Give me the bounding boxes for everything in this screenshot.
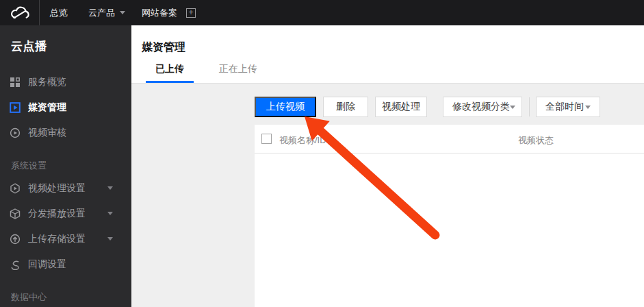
topnav-cloud-products[interactable]: 云产品 <box>88 7 125 19</box>
table-header-row: 视频名称/ID 视频状态 <box>255 125 644 154</box>
chevron-down-icon <box>107 212 113 215</box>
sidebar-section-data-center: 数据中心 <box>11 291 47 304</box>
column-header-video-status: 视频状态 <box>518 134 554 147</box>
time-filter-label: 全部时间 <box>545 101 584 113</box>
tab-uploading[interactable]: 正在上传 <box>209 61 267 83</box>
toolbar: 上传视频 删除 视频处理 修改视频分类 全部时间 <box>255 97 600 117</box>
topnav-website-icp-label: 网站备案 <box>142 7 177 19</box>
sidebar-item-upload-storage-settings[interactable]: 上传存储设置 <box>0 226 131 251</box>
grid-icon <box>10 77 21 88</box>
main-content: 媒资管理 已上传 正在上传 上传视频 删除 视频处理 修改视频分类 全部时间 <box>131 25 644 307</box>
chevron-down-icon <box>510 106 515 109</box>
column-header-video-name: 视频名称/ID <box>279 134 326 147</box>
modify-category-dropdown[interactable]: 修改视频分类 <box>443 97 522 117</box>
sidebar-item-label: 视频处理设置 <box>28 182 86 195</box>
sidebar-product-title: 云点播 <box>11 38 47 54</box>
sidebar-item-video-processing-settings[interactable]: 视频处理设置 <box>0 175 131 201</box>
top-navbar: 总览 云产品 网站备案 + <box>0 0 644 25</box>
sidebar-item-label: 分发播放设置 <box>28 208 86 220</box>
sidebar-item-label: 上传存储设置 <box>28 233 86 245</box>
distribute-cube-icon <box>10 208 21 219</box>
chevron-down-icon <box>585 106 591 109</box>
chevron-down-icon <box>120 11 125 14</box>
time-filter-dropdown[interactable]: 全部时间 <box>536 97 600 117</box>
video-table-panel: 视频名称/ID 视频状态 <box>255 125 644 307</box>
tencent-cloud-logo[interactable] <box>0 0 40 25</box>
topnav-cloud-products-label: 云产品 <box>88 7 115 19</box>
topnav-website-icp[interactable]: 网站备案 <box>142 7 177 19</box>
toolbar-divider <box>529 97 530 116</box>
chevron-down-icon <box>107 237 113 241</box>
chevron-down-icon <box>107 186 113 190</box>
review-play-icon <box>10 127 21 138</box>
upload-storage-icon <box>10 234 21 245</box>
select-all-checkbox[interactable] <box>261 134 272 144</box>
delete-button[interactable]: 删除 <box>323 97 368 117</box>
process-icon <box>10 183 21 194</box>
cloud-logo-icon <box>10 5 30 21</box>
add-service-icon[interactable]: + <box>186 8 196 18</box>
media-play-icon <box>10 102 21 113</box>
sidebar-item-label: 服务概览 <box>28 76 66 88</box>
sidebar: 云点播 服务概览 媒资管理 视频审核 系统设置 <box>0 25 131 307</box>
upload-video-button[interactable]: 上传视频 <box>255 97 316 117</box>
modify-category-label: 修改视频分类 <box>452 101 510 113</box>
tab-uploaded-label: 已上传 <box>155 63 184 75</box>
tab-bar: 已上传 正在上传 <box>131 25 644 84</box>
callback-icon <box>10 259 21 270</box>
sidebar-item-service-overview[interactable]: 服务概览 <box>0 69 131 95</box>
sidebar-item-label: 视频审核 <box>28 127 66 139</box>
sidebar-item-media-management[interactable]: 媒资管理 <box>0 95 131 120</box>
video-process-button[interactable]: 视频处理 <box>375 97 427 117</box>
sidebar-item-label: 媒资管理 <box>28 101 66 114</box>
sidebar-item-label: 回调设置 <box>28 258 66 271</box>
content-area: 上传视频 删除 视频处理 修改视频分类 全部时间 视频名称/ID 视频状态 <box>131 84 644 307</box>
tab-uploading-label: 正在上传 <box>219 63 257 75</box>
vod-console-page: 总览 云产品 网站备案 + 云点播 服务概览 媒资管理 <box>0 0 644 307</box>
sidebar-item-video-review[interactable]: 视频审核 <box>0 120 131 145</box>
tab-uploaded[interactable]: 已上传 <box>146 61 194 83</box>
topnav-overview[interactable]: 总览 <box>50 7 68 19</box>
sidebar-section-system-settings: 系统设置 <box>11 160 47 172</box>
sidebar-item-callback-settings[interactable]: 回调设置 <box>0 251 131 277</box>
sidebar-item-distribution-playback-settings[interactable]: 分发播放设置 <box>0 201 131 226</box>
topnav-overview-label: 总览 <box>50 7 68 19</box>
